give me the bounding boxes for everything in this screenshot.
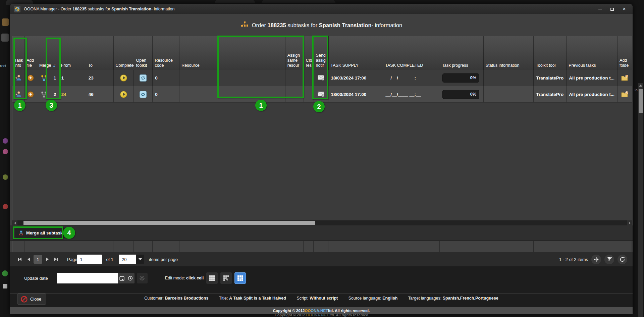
column-header-to[interactable]: To — [86, 36, 114, 70]
column-header-task-supply[interactable]: TASK SUPPLY — [329, 36, 383, 70]
gear-icon — [139, 275, 145, 281]
column-header-task-progress[interactable]: Task progress — [440, 36, 484, 70]
column-header-add-folder[interactable]: Add folde — [618, 36, 632, 70]
to-cell[interactable]: 23 — [86, 70, 114, 86]
items-range-label: 1 - 2 of 2 items — [559, 257, 588, 262]
items-per-page-dropdown[interactable]: 20 — [119, 255, 144, 264]
completed-button[interactable] — [114, 70, 134, 86]
edit-mode-grid-cursor-button[interactable] — [220, 272, 232, 284]
calendar-picker-button[interactable] — [118, 273, 126, 283]
open-toolkit-button[interactable] — [134, 70, 153, 86]
footer-cell — [440, 241, 483, 252]
last-page-button[interactable] — [52, 255, 60, 264]
column-header-resource-code[interactable]: Resource code — [153, 36, 179, 70]
close-icon: × — [623, 7, 626, 11]
task-completed-cell[interactable]: __/__/____ __:__ — [383, 86, 440, 103]
time-picker-button[interactable] — [126, 273, 135, 283]
add-folder-button[interactable] — [618, 70, 632, 86]
clear-filter-button[interactable] — [604, 255, 614, 264]
from-cell[interactable]: 1 — [59, 70, 86, 86]
background-icon — [3, 174, 8, 180]
annotation-number: 1 — [255, 100, 267, 111]
column-header-open-toolkit[interactable]: Open toolkit — [134, 36, 153, 70]
dialog-titlebar[interactable]: OOONA Manager - Order 188235 subtasks fo… — [10, 4, 633, 14]
footer-cell — [314, 241, 328, 252]
horizontal-scrollbar[interactable] — [12, 220, 632, 225]
customer-info: Customer: Barcelos Broductions — [144, 296, 208, 301]
toolkit-icon — [140, 91, 147, 98]
resource-code-cell[interactable]: 0 — [153, 70, 179, 86]
no-entry-icon — [20, 296, 28, 303]
merge-toolbar: Merge all subtasks — [10, 225, 633, 241]
task-completed-cell[interactable]: __/__/____ __:__ — [383, 70, 440, 86]
from-cell[interactable]: 24 — [59, 86, 86, 103]
toolkit-icon — [140, 74, 147, 82]
column-header-task-completed[interactable]: TASK COMPLETED — [383, 36, 440, 70]
dropdown-arrow-button[interactable] — [136, 255, 144, 264]
scroll-thumb[interactable] — [23, 221, 315, 225]
current-page-button[interactable]: 1 — [34, 255, 42, 264]
to-cell[interactable]: 46 — [86, 86, 114, 103]
annotation-box-send-notification — [312, 36, 328, 99]
window-title: OOONA Manager - Order 188235 subtasks fo… — [24, 7, 175, 11]
first-page-button[interactable] — [15, 255, 24, 264]
previous-page-button[interactable] — [24, 255, 33, 264]
footer-cell — [113, 241, 134, 252]
refresh-button[interactable] — [618, 255, 627, 264]
source-language-info: Source language: English — [348, 296, 398, 301]
annotation-box-resource — [217, 36, 304, 98]
scroll-thumb[interactable] — [639, 89, 643, 113]
dialog-footer-section: Update date Edit mode: click cell — [10, 266, 633, 307]
column-header-from[interactable]: From — [59, 36, 86, 70]
column-header-previous-tasks[interactable]: Previous tasks — [567, 36, 618, 70]
next-page-button[interactable] — [43, 255, 52, 264]
footer-cell — [383, 241, 440, 252]
background-icon — [3, 138, 8, 144]
close-button[interactable]: Close — [17, 294, 46, 305]
script-info: Script: Without script — [297, 296, 338, 301]
task-progress-cell: 0% — [440, 70, 484, 86]
add-folder-button[interactable] — [618, 86, 632, 103]
page-number-input[interactable] — [77, 255, 102, 264]
update-date-input[interactable] — [57, 273, 118, 283]
progress-bar: 0% — [442, 73, 479, 83]
completed-button[interactable] — [114, 86, 134, 103]
footer-cell — [328, 241, 383, 252]
footer-cell — [86, 241, 114, 252]
annotation-number: 4 — [63, 227, 75, 239]
footer-cell — [24, 241, 37, 252]
edit-mode-grid-button[interactable] — [206, 272, 218, 284]
scroll-up-arrow[interactable] — [639, 85, 642, 87]
fit-columns-button[interactable] — [591, 255, 601, 264]
maximize-button[interactable] — [610, 7, 614, 11]
annotation-box-merge-all — [13, 226, 63, 239]
edit-mode-grid-selected-button[interactable] — [234, 272, 246, 284]
footer-cell — [179, 241, 285, 252]
close-label: Close — [30, 297, 41, 302]
annotation-box-task-info — [13, 38, 27, 99]
title-info: Title: A Task Split is a Task Halved — [219, 296, 286, 301]
column-header-completed[interactable]: Completed — [114, 36, 134, 70]
open-toolkit-button[interactable] — [134, 86, 153, 103]
scroll-track[interactable] — [17, 220, 627, 225]
scroll-left-arrow[interactable] — [12, 220, 17, 225]
grid-empty-area — [12, 103, 632, 223]
task-supply-cell[interactable]: 18/03/2024 17:00 — [328, 70, 383, 86]
resource-code-cell[interactable]: 0 — [153, 86, 179, 103]
task-supply-cell[interactable]: 18/03/2024 17:00 — [328, 86, 383, 103]
edit-mode-label: Edit mode: click cell — [165, 276, 204, 280]
column-header-toolkit-tool[interactable]: Toolkit tool — [534, 36, 567, 70]
annotation-number: 1 — [14, 100, 25, 111]
footer-cell — [566, 241, 617, 252]
status-information-cell — [484, 70, 534, 86]
items-per-page-label: items per page — [149, 257, 178, 262]
background-scrollbar[interactable] — [638, 83, 643, 317]
background-tab — [262, 0, 335, 3]
apply-update-button[interactable] — [137, 273, 148, 283]
plus-icon: + — [28, 75, 34, 81]
copyright-bar: Copyright © 2012 OOONA.NET ltd. All righ… — [10, 307, 633, 314]
minimize-button[interactable] — [598, 7, 602, 11]
close-window-button[interactable]: × — [622, 7, 627, 11]
column-header-status-information[interactable]: Status information — [484, 36, 534, 70]
scroll-right-arrow[interactable] — [627, 220, 632, 225]
